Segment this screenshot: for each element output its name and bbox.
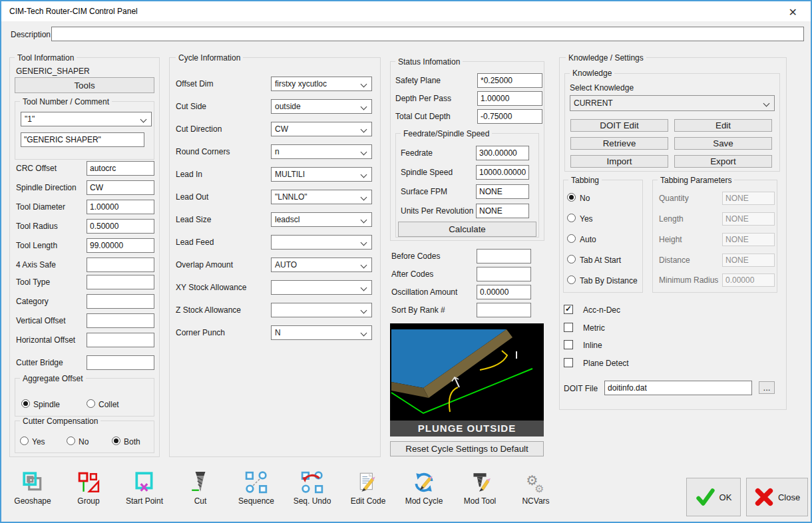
doit-file-browse-button[interactable]: ... bbox=[759, 381, 775, 394]
tool-comment-input[interactable] bbox=[21, 132, 144, 147]
category-input[interactable] bbox=[87, 294, 154, 309]
tabbing-no-radio[interactable] bbox=[567, 193, 576, 202]
z-stock-allowance-label: Z Stock Allowance bbox=[176, 305, 241, 315]
tool-radius-input[interactable] bbox=[87, 219, 154, 234]
acc-n-dec-checkbox[interactable] bbox=[564, 305, 573, 314]
xy-stock-allowance-combo[interactable] bbox=[271, 280, 372, 295]
crc-offset-label: CRC Offset bbox=[16, 164, 57, 173]
cutter-bridge-input[interactable] bbox=[87, 355, 154, 370]
select-knowledge-combo[interactable]: CURRENT bbox=[570, 95, 775, 111]
tabbing-tab-by-distance-radio[interactable] bbox=[567, 275, 576, 284]
toolbar-item-cut[interactable]: Cut bbox=[172, 471, 228, 506]
tabbing-tab-by-distance-label: Tab By Distance bbox=[580, 276, 638, 285]
lead-size-label: Lead Size bbox=[176, 215, 211, 224]
aggregate-collet-radio[interactable] bbox=[87, 399, 95, 408]
tool-length-input[interactable] bbox=[87, 238, 154, 253]
cutter-comp-both-radio[interactable] bbox=[112, 436, 120, 445]
height-label: Height bbox=[659, 235, 682, 244]
edit-button[interactable]: Edit bbox=[674, 119, 772, 132]
tool-diameter-input[interactable] bbox=[87, 200, 154, 214]
metric-checkbox[interactable] bbox=[564, 323, 573, 332]
knowledge-group-title: Knowledge bbox=[570, 69, 614, 78]
doit-file-input[interactable] bbox=[604, 381, 752, 395]
aggregate-offset-group bbox=[15, 378, 154, 417]
cut-side-combo[interactable]: outside bbox=[271, 99, 372, 114]
lead-feed-combo[interactable] bbox=[271, 235, 372, 250]
overlap-amount-combo[interactable]: AUTO bbox=[271, 258, 372, 272]
description-input[interactable] bbox=[51, 27, 804, 41]
toolbar-item-mod-cycle[interactable]: Mod Cycle bbox=[396, 471, 452, 506]
horizontal-offset-input[interactable] bbox=[87, 333, 154, 347]
metric-label: Metric bbox=[583, 323, 605, 333]
depth-per-pass-label: Depth Per Pass bbox=[395, 94, 451, 103]
total-cut-depth-input[interactable] bbox=[477, 109, 542, 124]
acc-n-dec-label: Acc-n-Dec bbox=[583, 305, 620, 315]
four-axis-safe-input[interactable] bbox=[87, 258, 154, 272]
retrieve-button[interactable]: Retrieve bbox=[570, 137, 668, 150]
units-per-revolution-input[interactable] bbox=[476, 204, 529, 218]
safety-plane-input[interactable] bbox=[477, 73, 542, 88]
z-stock-allowance-combo[interactable] bbox=[271, 303, 372, 317]
tools-button[interactable]: Tools bbox=[15, 77, 154, 93]
import-button[interactable]: Import bbox=[570, 155, 668, 168]
calculate-button[interactable]: Calculate bbox=[398, 222, 536, 237]
depth-per-pass-input[interactable] bbox=[477, 91, 542, 106]
tabbing-yes-radio[interactable] bbox=[567, 214, 576, 222]
toolbar-item-ncvars[interactable]: ⚙ ⚙ NCVars bbox=[508, 471, 564, 506]
plane-detect-checkbox[interactable] bbox=[564, 358, 573, 367]
cut-icon bbox=[189, 471, 212, 494]
export-button[interactable]: Export bbox=[674, 155, 772, 168]
spindle-direction-input[interactable] bbox=[87, 180, 154, 195]
sort-by-rank-input[interactable] bbox=[477, 303, 531, 317]
tool-radius-label: Tool Radius bbox=[16, 222, 58, 231]
toolbar-item-start-point[interactable]: Start Point bbox=[116, 471, 172, 506]
tool-number-combo[interactable]: "1" bbox=[21, 112, 152, 126]
tabbing-auto-radio[interactable] bbox=[567, 234, 576, 243]
title-bar: CIM-Tech Router-CIM Control Panel ✕ bbox=[1, 1, 811, 21]
lead-size-combo[interactable]: leadscl bbox=[271, 212, 372, 227]
before-codes-input[interactable] bbox=[477, 249, 531, 263]
toolbar-item-edit-code[interactable]: Edit Code bbox=[340, 471, 396, 506]
tabbing-group-title: Tabbing bbox=[568, 176, 602, 185]
quantity-label: Quantity bbox=[659, 194, 689, 203]
toolbar-item-group[interactable]: Group bbox=[61, 471, 116, 506]
aggregate-collet-label: Collet bbox=[99, 400, 119, 409]
tool-diameter-label: Tool Diameter bbox=[16, 202, 65, 212]
surface-fpm-input[interactable] bbox=[476, 184, 529, 199]
spindle-speed-input[interactable] bbox=[476, 165, 529, 180]
round-corners-combo[interactable]: n bbox=[271, 144, 372, 159]
save-button[interactable]: Save bbox=[674, 137, 772, 150]
cutter-comp-yes-radio[interactable] bbox=[20, 436, 29, 445]
toolbar-item-geoshape[interactable]: Geoshape bbox=[5, 471, 61, 506]
inline-checkbox[interactable] bbox=[564, 340, 573, 349]
aggregate-spindle-radio[interactable] bbox=[21, 399, 30, 408]
vertical-offset-input[interactable] bbox=[87, 313, 154, 328]
lead-out-combo[interactable]: "LNNLO" bbox=[271, 190, 372, 204]
feedrate-label: Feedrate bbox=[401, 148, 433, 158]
offset-dim-combo[interactable]: firstxy xycutloc bbox=[271, 77, 372, 91]
cutter-comp-no-radio[interactable] bbox=[67, 436, 75, 445]
cutter-compensation-title: Cutter Compensation bbox=[20, 417, 101, 426]
after-codes-input[interactable] bbox=[477, 267, 531, 281]
toolbar-item-sequence[interactable]: Sequence bbox=[228, 471, 284, 506]
reset-cycle-settings-button[interactable]: Reset Cycle Settings to Default bbox=[390, 441, 544, 456]
toolbar-item-mod-tool[interactable]: Mod Tool bbox=[452, 471, 508, 506]
toolbar-item-seq-undo[interactable]: Seq. Undo bbox=[284, 471, 340, 506]
cut-direction-combo[interactable]: CW bbox=[271, 122, 372, 136]
doit-edit-button[interactable]: DOIT Edit bbox=[570, 119, 668, 132]
corner-punch-combo[interactable]: N bbox=[271, 325, 372, 340]
after-codes-label: After Codes bbox=[391, 269, 433, 279]
close-button[interactable]: Close bbox=[746, 478, 808, 516]
crc-offset-input[interactable] bbox=[87, 161, 154, 176]
tool-type-input[interactable] bbox=[87, 275, 154, 289]
tabbing-tab-at-start-radio[interactable] bbox=[567, 255, 576, 263]
feedrate-input[interactable] bbox=[476, 146, 529, 160]
window-close-icon[interactable]: ✕ bbox=[785, 5, 801, 20]
close-label: Close bbox=[778, 492, 800, 502]
group-icon bbox=[77, 471, 100, 494]
lead-in-combo[interactable]: MULTILI bbox=[271, 167, 372, 182]
aggregate-spindle-label: Spindle bbox=[33, 400, 60, 409]
ncvars-icon: ⚙ ⚙ bbox=[524, 471, 547, 494]
ok-button[interactable]: OK bbox=[686, 478, 741, 516]
oscillation-amount-input[interactable] bbox=[477, 285, 531, 299]
